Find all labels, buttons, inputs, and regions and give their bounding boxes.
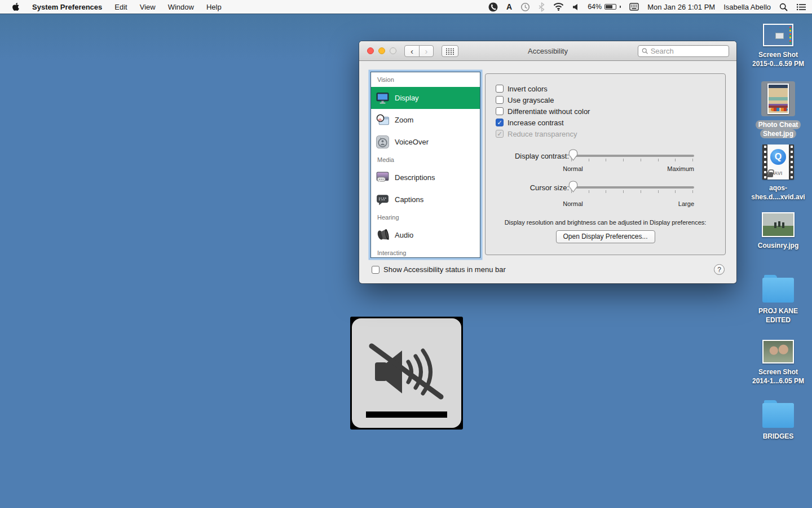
- checkbox-reduce-transparency: ✓ Reduce transparency: [496, 128, 577, 139]
- menu-clock[interactable]: Mon Jan 26 1:01 PM: [647, 3, 715, 11]
- display-icon: [376, 91, 390, 105]
- captions-icon: [376, 192, 390, 207]
- sidebar-item-captions[interactable]: Captions: [371, 189, 480, 211]
- checkbox-label: Differentiate without color: [508, 107, 590, 116]
- voiceover-icon: [376, 135, 390, 149]
- menu-user[interactable]: Isabella Abello: [723, 3, 771, 11]
- sidebar-item-descriptions[interactable]: Descriptions: [371, 167, 480, 189]
- desktop-icon-column: Screen Shot2015-0...6.59 PM Photo CheatS…: [745, 0, 811, 508]
- checkbox-box[interactable]: [372, 266, 379, 274]
- volume-level-bar: [366, 411, 447, 418]
- icon-label: Screen Shot2015-0...6.59 PM: [745, 50, 811, 68]
- display-preferences-note: Display resolution and brightness can be…: [486, 219, 725, 226]
- sidebar-item-zoom[interactable]: Zoom: [371, 109, 480, 131]
- display-contrast-label: Display contrast:: [486, 152, 569, 160]
- display-contrast-max: Maximum: [655, 165, 694, 172]
- desktop-icon-photo-cheat-sheet[interactable]: Photo CheatSheet.jpg: [745, 81, 811, 138]
- checkbox-box[interactable]: [496, 107, 504, 115]
- cursor-size-max: Large: [655, 200, 694, 207]
- battery-icon: [604, 4, 616, 10]
- sidebar-header-interacting: Interacting: [371, 246, 480, 258]
- icon-label: Cousinry.jpg: [745, 241, 811, 250]
- desktop-icon-bridges-folder[interactable]: BRIDGES: [745, 403, 811, 441]
- desktop-icon-proj-kane-folder[interactable]: PROJ KANEEDITED: [745, 278, 811, 325]
- sidebar-item-label: Captions: [395, 195, 423, 204]
- checkbox-differentiate-without-color[interactable]: Differentiate without color: [496, 106, 590, 117]
- checkbox-increase-contrast[interactable]: ✓ Increase contrast: [496, 117, 564, 128]
- bluetooth-icon[interactable]: [539, 2, 545, 12]
- photo-thumbnail: [762, 212, 795, 237]
- show-accessibility-status-row[interactable]: Show Accessibility status in menu bar: [372, 265, 506, 274]
- display-contrast-slider[interactable]: [570, 155, 694, 157]
- lock-badge-icon: [767, 172, 773, 177]
- time-machine-icon[interactable]: [520, 2, 530, 12]
- menu-bar: System Preferences Edit View Window Help…: [0, 0, 812, 14]
- menu-window[interactable]: Window: [162, 0, 200, 14]
- display-contrast-min: Normal: [553, 165, 593, 172]
- battery-indicator[interactable]: 64%: [588, 3, 621, 11]
- checkbox-box[interactable]: [496, 85, 504, 93]
- spotlight-search-icon[interactable]: [779, 3, 788, 11]
- descriptions-icon: [376, 170, 390, 185]
- search-icon: [642, 47, 648, 55]
- sidebar-item-display[interactable]: Display: [371, 87, 480, 109]
- volume-mute-hud: [350, 317, 463, 430]
- display-contrast-knob[interactable]: [568, 149, 578, 163]
- sidebar-item-label: Descriptions: [395, 173, 435, 182]
- sidebar-item-label: Display: [395, 94, 419, 102]
- apple-menu[interactable]: [6, 0, 26, 14]
- desktop: System Preferences Edit View Window Help…: [0, 0, 812, 508]
- wifi-icon[interactable]: [553, 3, 564, 11]
- volume-menu-icon[interactable]: [572, 3, 579, 11]
- screenshot-thumbnail: [763, 24, 793, 46]
- checkbox-label: Reduce transparency: [508, 130, 577, 138]
- checkbox-label: Use grayscale: [508, 96, 554, 104]
- search-field[interactable]: [638, 45, 729, 57]
- icon-label: BRIDGES: [745, 432, 811, 441]
- folder-icon: [762, 403, 794, 428]
- audio-icon: [376, 228, 390, 242]
- photo-thumbnail: [767, 84, 789, 114]
- menu-view[interactable]: View: [134, 0, 162, 14]
- cursor-size-min: Normal: [553, 200, 593, 207]
- battery-percent: 64%: [588, 3, 602, 11]
- desktop-icon-avi-video[interactable]: Q AVI aqos-shes.d....xvid.avi: [745, 144, 811, 202]
- search-input[interactable]: [651, 47, 725, 55]
- checkbox-box[interactable]: [496, 96, 504, 104]
- icon-label: aqos-shes.d....xvid.avi: [745, 183, 811, 202]
- menu-help[interactable]: Help: [200, 0, 228, 14]
- zoom-icon: [376, 113, 390, 127]
- window-toolbar: ‹ › Accessibility: [359, 41, 736, 61]
- checkbox-label: Increase contrast: [508, 119, 564, 127]
- desktop-icon-screenshot-2015[interactable]: Screen Shot2015-0...6.59 PM: [745, 24, 811, 68]
- viber-icon[interactable]: [488, 2, 498, 12]
- cursor-size-slider[interactable]: [570, 186, 694, 189]
- sidebar-header-hearing: Hearing: [371, 211, 480, 224]
- sidebar-header-media: Media: [371, 153, 480, 167]
- sidebar-item-label: Audio: [395, 231, 413, 239]
- menu-app-name[interactable]: System Preferences: [26, 0, 108, 14]
- letter-a-menu-icon[interactable]: A: [506, 2, 512, 11]
- notification-center-icon[interactable]: [796, 3, 806, 11]
- sidebar-item-voiceover[interactable]: VoiceOver: [371, 131, 480, 153]
- sidebar-item-label: Zoom: [395, 116, 413, 124]
- checkbox-box: ✓: [496, 130, 504, 138]
- help-button[interactable]: ?: [714, 264, 725, 275]
- desktop-icon-cousinry[interactable]: Cousinry.jpg: [745, 212, 811, 250]
- menu-edit[interactable]: Edit: [108, 0, 133, 14]
- checkbox-box[interactable]: ✓: [496, 119, 504, 126]
- checkbox-use-grayscale[interactable]: Use grayscale: [496, 94, 554, 106]
- checkbox-invert-colors[interactable]: Invert colors: [496, 83, 548, 94]
- folder-icon: [762, 278, 794, 303]
- desktop-icon-screenshot-2014[interactable]: Screen Shot2014-1...6.05 PM: [745, 340, 811, 386]
- open-display-preferences-button[interactable]: Open Display Preferences...: [555, 230, 655, 243]
- sidebar-item-audio[interactable]: Audio: [371, 224, 480, 246]
- mute-speaker-icon: [367, 338, 446, 409]
- sidebar-item-label: VoiceOver: [395, 138, 429, 146]
- selection-highlight: [761, 81, 795, 116]
- accessibility-window: ‹ › Accessibility Vision Display Zoom: [359, 41, 736, 283]
- accessibility-sidebar: Vision Display Zoom VoiceOver Media Desc…: [370, 72, 480, 258]
- cursor-size-knob[interactable]: [568, 181, 578, 195]
- icon-label: Photo CheatSheet.jpg: [745, 120, 811, 138]
- input-menu-icon[interactable]: [629, 3, 639, 11]
